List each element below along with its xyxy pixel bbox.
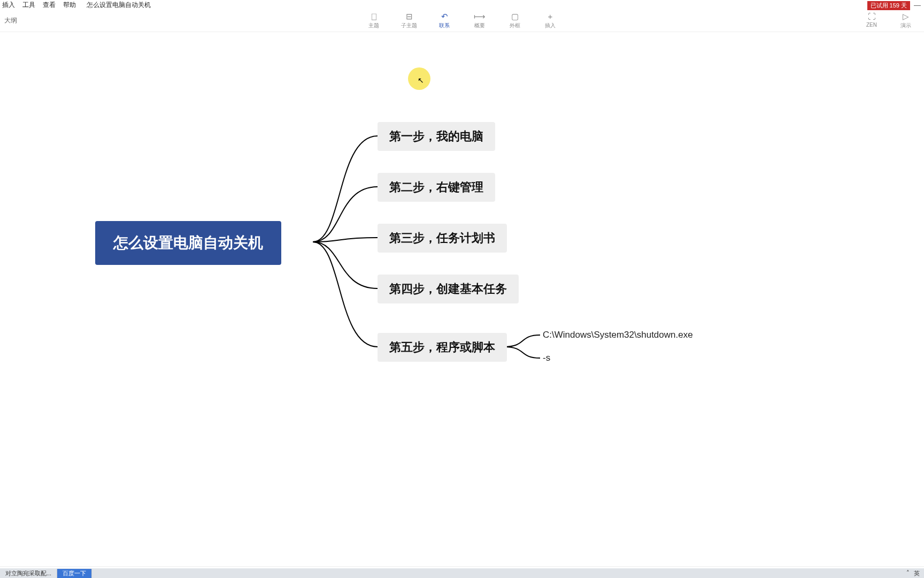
menu-help[interactable]: 帮助 — [63, 1, 76, 10]
ime-indicator[interactable]: 英 — [914, 569, 920, 577]
tool-label: 概要 — [474, 22, 485, 29]
toolbar-center: ⎕ 主题 ⊟ 子主题 ↶ 联系 ⟼ 概要 ▢ 外框 + 插入 — [365, 12, 559, 29]
tool-present[interactable]: ▷ 演示 — [897, 12, 914, 29]
play-icon: ▷ — [903, 12, 909, 20]
mindmap-root-node[interactable]: 怎么设置电脑自动关机 — [95, 221, 281, 265]
tool-summary[interactable]: ⟼ 概要 — [471, 12, 488, 29]
mindmap-leaf-path[interactable]: C:\Windows\System32\shutdown.exe — [543, 330, 693, 340]
boundary-icon: ▢ — [511, 12, 519, 20]
taskbar-button[interactable]: 对立陶宛采取配... — [0, 569, 57, 578]
tool-label: 联系 — [439, 22, 450, 29]
tool-label: 主题 — [368, 22, 379, 29]
mindmap-leaf-arg[interactable]: -s — [543, 353, 550, 363]
mindmap-node-step4[interactable]: 第四步，创建基本任务 — [378, 275, 519, 303]
tool-insert[interactable]: + 插入 — [542, 12, 559, 29]
relationship-icon: ↶ — [441, 12, 448, 20]
fullscreen-icon: ⛶ — [868, 12, 876, 20]
tool-boundary[interactable]: ▢ 外框 — [506, 12, 523, 29]
tool-zen[interactable]: ⛶ ZEN — [863, 12, 880, 29]
tool-label: ZEN — [866, 22, 877, 28]
toolbar-right: ⛶ ZEN ▷ 演示 — [863, 12, 914, 29]
minimize-button[interactable]: — — [914, 1, 921, 9]
tool-relationship[interactable]: ↶ 联系 — [436, 12, 453, 29]
menu-view[interactable]: 查看 — [43, 1, 56, 10]
tool-label: 子主题 — [401, 22, 417, 29]
tool-topic[interactable]: ⎕ 主题 — [365, 12, 382, 29]
topic-icon: ⎕ — [372, 12, 376, 20]
toolbar: 大纲 ⎕ 主题 ⊟ 子主题 ↶ 联系 ⟼ 概要 ▢ 外框 + 插入 ⛶ ZEN — [0, 10, 924, 32]
mindmap-canvas[interactable]: ↖ 怎么设置电脑自动关机 第一步，我的电脑 第二步，右键管理 第三步，任务计划书… — [0, 32, 924, 566]
mindmap-node-step5[interactable]: 第五步，程序或脚本 — [378, 333, 507, 362]
mindmap-node-step1[interactable]: 第一步，我的电脑 — [378, 122, 495, 151]
tool-label: 外框 — [510, 22, 520, 29]
outline-toggle[interactable]: 大纲 — [4, 16, 17, 25]
tool-subtopic[interactable]: ⊟ 子主题 — [401, 12, 418, 29]
trial-badge: 已试用 159 天 — [867, 1, 910, 10]
subtopic-icon: ⊟ — [406, 12, 413, 20]
tool-label: 演示 — [900, 22, 911, 29]
document-tab-title: 怎么设置电脑自动关机 — [87, 1, 151, 10]
menu-tools[interactable]: 工具 — [22, 1, 35, 10]
system-tray[interactable]: ˄ 英 — [906, 569, 924, 577]
mindmap-node-step3[interactable]: 第三步，任务计划书 — [378, 224, 507, 253]
summary-icon: ⟼ — [474, 12, 486, 20]
taskbar-button-active[interactable]: 百度一下 — [57, 569, 92, 578]
menu-insert[interactable]: 插入 — [2, 1, 15, 10]
os-taskbar: 对立陶宛采取配... 百度一下 ˄ 英 — [0, 568, 924, 578]
plus-icon: + — [548, 12, 553, 20]
tool-label: 插入 — [545, 22, 556, 29]
mindmap-node-step2[interactable]: 第二步，右键管理 — [378, 173, 495, 202]
cursor-icon: ↖ — [418, 76, 424, 85]
tray-chevron-icon[interactable]: ˄ — [906, 569, 910, 577]
menu-bar: 插入 工具 查看 帮助 怎么设置电脑自动关机 — [0, 0, 924, 10]
